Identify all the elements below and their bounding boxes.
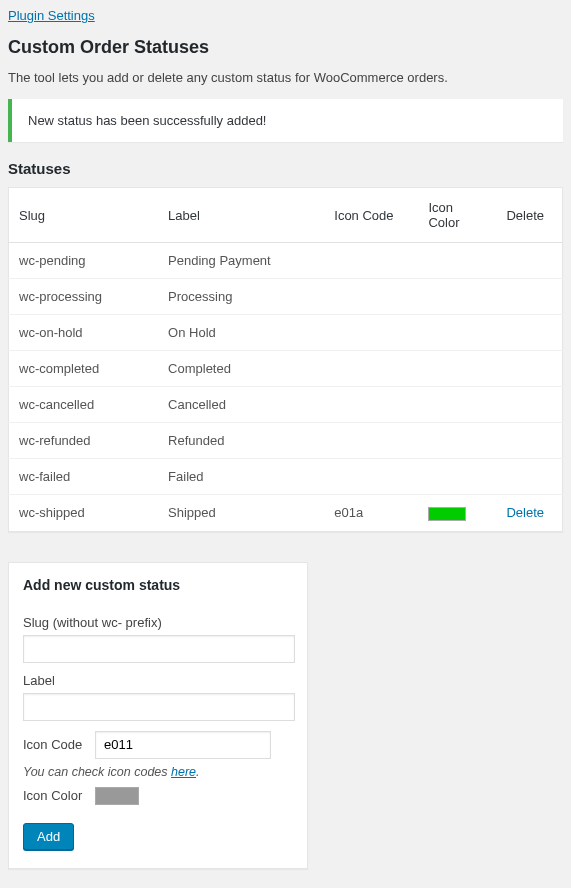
cell-delete (490, 459, 562, 495)
cell-icon-code (324, 459, 418, 495)
table-row: wc-refundedRefunded (9, 423, 563, 459)
cell-icon-code (324, 315, 418, 351)
cell-icon-code (324, 387, 418, 423)
icon-code-hint: You can check icon codes here. (23, 765, 293, 779)
cell-icon-color (418, 423, 490, 459)
slug-input[interactable] (23, 635, 295, 663)
col-icon-color: Icon Color (418, 188, 490, 243)
cell-icon-code (324, 243, 418, 279)
add-button[interactable]: Add (23, 823, 74, 850)
cell-delete (490, 351, 562, 387)
cell-delete (490, 423, 562, 459)
label-input[interactable] (23, 693, 295, 721)
cell-slug: wc-refunded (9, 423, 159, 459)
cell-delete (490, 315, 562, 351)
col-icon-code: Icon Code (324, 188, 418, 243)
col-delete: Delete (490, 188, 562, 243)
statuses-table: Slug Label Icon Code Icon Color Delete w… (8, 187, 563, 532)
cell-icon-color (418, 315, 490, 351)
cell-label: Failed (158, 459, 324, 495)
cell-slug: wc-shipped (9, 495, 159, 532)
cell-icon-color (418, 351, 490, 387)
slug-label: Slug (without wc- prefix) (23, 615, 293, 630)
label-label: Label (23, 673, 293, 688)
cell-label: Refunded (158, 423, 324, 459)
cell-slug: wc-on-hold (9, 315, 159, 351)
cell-slug: wc-processing (9, 279, 159, 315)
color-swatch (428, 507, 466, 521)
hint-prefix: You can check icon codes (23, 765, 171, 779)
plugin-settings-link[interactable]: Plugin Settings (8, 8, 95, 23)
add-status-form: Add new custom status Slug (without wc- … (8, 562, 308, 869)
icon-color-label: Icon Color (23, 788, 85, 803)
cell-delete (490, 387, 562, 423)
hint-suffix: . (196, 765, 199, 779)
cell-icon-color (418, 279, 490, 315)
table-row: wc-pendingPending Payment (9, 243, 563, 279)
cell-slug: wc-completed (9, 351, 159, 387)
col-slug: Slug (9, 188, 159, 243)
cell-icon-code (324, 351, 418, 387)
page-title: Custom Order Statuses (8, 37, 563, 58)
cell-label: Pending Payment (158, 243, 324, 279)
cell-slug: wc-cancelled (9, 387, 159, 423)
cell-delete (490, 243, 562, 279)
cell-icon-color (418, 387, 490, 423)
cell-slug: wc-failed (9, 459, 159, 495)
table-row: wc-on-holdOn Hold (9, 315, 563, 351)
table-row: wc-completedCompleted (9, 351, 563, 387)
cell-icon-code (324, 279, 418, 315)
cell-label: On Hold (158, 315, 324, 351)
col-label: Label (158, 188, 324, 243)
table-row: wc-cancelledCancelled (9, 387, 563, 423)
cell-delete (490, 279, 562, 315)
icon-code-label: Icon Code (23, 737, 85, 752)
cell-label: Processing (158, 279, 324, 315)
cell-label: Completed (158, 351, 324, 387)
cell-icon-code: e01a (324, 495, 418, 532)
cell-label: Cancelled (158, 387, 324, 423)
cell-icon-code (324, 423, 418, 459)
icon-code-input[interactable] (95, 731, 271, 759)
delete-link[interactable]: Delete (506, 505, 544, 520)
form-title: Add new custom status (23, 577, 293, 593)
statuses-heading: Statuses (8, 160, 563, 177)
icon-color-input[interactable] (95, 787, 139, 805)
page-description: The tool lets you add or delete any cust… (8, 70, 563, 85)
cell-label: Shipped (158, 495, 324, 532)
table-row: wc-shippedShippede01aDelete (9, 495, 563, 532)
cell-icon-color (418, 495, 490, 532)
cell-icon-color (418, 243, 490, 279)
table-row: wc-failedFailed (9, 459, 563, 495)
cell-icon-color (418, 459, 490, 495)
table-header-row: Slug Label Icon Code Icon Color Delete (9, 188, 563, 243)
icon-codes-link[interactable]: here (171, 765, 196, 779)
cell-slug: wc-pending (9, 243, 159, 279)
cell-delete: Delete (490, 495, 562, 532)
success-notice: New status has been successfully added! (8, 99, 563, 142)
table-row: wc-processingProcessing (9, 279, 563, 315)
